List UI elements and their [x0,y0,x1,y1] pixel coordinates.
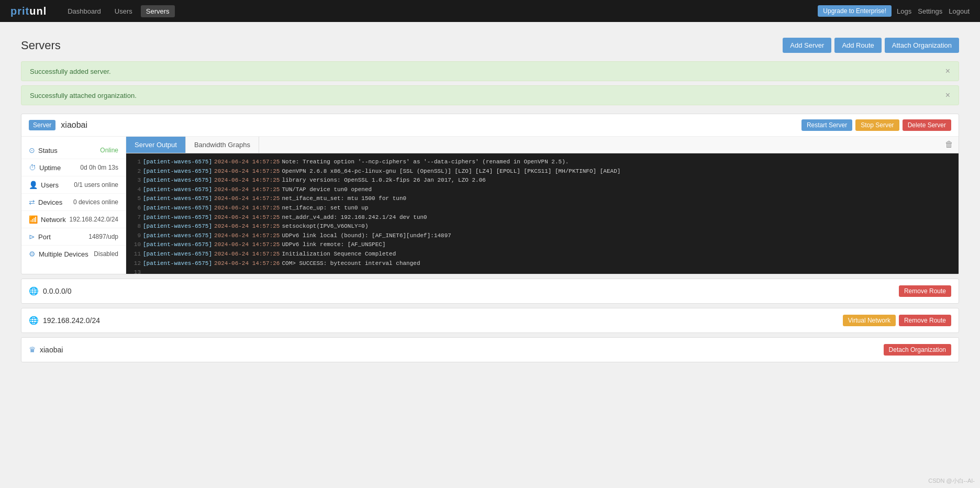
org-left: ♛ xiaobai [29,345,63,354]
restart-server-button[interactable]: Restart Server [801,119,852,131]
log-msg: UDPv6 link remote: [AF_UNSPEC] [282,240,385,250]
log-num: 5 [130,194,141,204]
stat-multiple-devices-label: ⚙ Multiple Devices [29,250,88,258]
alert-org-attached: Successfully attached organization. × [21,85,959,105]
org-name: xiaobai [40,346,63,354]
nav-users[interactable]: Users [109,5,138,17]
log-num: 6 [130,204,141,213]
log-time: 2024-06-24 14:57:25 [214,213,280,223]
stat-devices-label: ⇄ Devices [29,198,62,206]
stop-server-button[interactable]: Stop Server [855,119,899,131]
server-card: Server xiaobai Restart Server Stop Serve… [21,114,959,274]
remove-route-button[interactable]: Remove Route [899,315,951,326]
log-line: 4[patient-waves-6575]2024-06-24 14:57:25… [130,185,954,195]
nav-links: Dashboard Users Servers [62,5,818,17]
attach-organization-button[interactable]: Attach Organization [885,38,959,53]
detach-organization-button[interactable]: Detach Organization [884,344,951,356]
devices-icon: ⇄ [29,198,35,206]
alert-close-1[interactable]: × [945,91,950,99]
route-left: 🌐 0.0.0.0/0 [29,286,72,296]
server-actions: Restart Server Stop Server Delete Server [801,119,951,131]
status-icon: ⊙ [29,146,35,154]
route-icon: 🌐 [29,286,39,296]
nav-dashboard[interactable]: Dashboard [62,5,106,17]
nav-settings[interactable]: Settings [918,7,942,15]
log-proc: [patient-waves-6575] [143,204,212,213]
stat-network-value: 192.168.242.0/24 [70,216,118,223]
log-num: 7 [130,213,141,223]
log-line: 3[patient-waves-6575]2024-06-24 14:57:25… [130,176,954,185]
log-num: 8 [130,222,141,231]
nav-logout[interactable]: Logout [949,7,970,15]
server-header-left: Server xiaobai [29,120,87,130]
logo: pritunl [10,5,47,17]
log-time: 2024-06-24 14:57:25 [214,194,280,204]
log-proc: [patient-waves-6575] [143,240,212,250]
tab-bandwidth-graphs[interactable]: Bandwidth Graphs [186,137,259,153]
log-proc: [patient-waves-6575] [143,259,212,269]
log-time: 2024-06-24 14:57:25 [214,250,280,259]
nav-logs[interactable]: Logs [897,7,911,15]
stat-status: ⊙ Status Online [21,142,126,159]
log-msg: Initialization Sequence Completed [282,250,396,259]
alert-close-0[interactable]: × [945,67,950,75]
log-proc: [patient-waves-6575] [143,231,212,241]
stat-users-label: 👤 Users [29,181,59,189]
log-proc: [patient-waves-6575] [143,167,212,176]
output-tab-actions: 🗑 [940,137,959,153]
stat-port-value: 14897/udp [88,233,118,240]
network-icon: 📶 [29,215,38,224]
alert-server-text: Successfully added server. [30,68,111,75]
clear-output-icon[interactable]: 🗑 [945,140,953,149]
page-header: Servers Add Server Add Route Attach Orga… [21,38,959,53]
stat-network: 📶 Network 192.168.242.0/24 [21,211,126,228]
server-body: ⊙ Status Online ⏱ Uptime 0d 0h 0m 13s 👤 [21,137,959,274]
log-num: 11 [130,250,141,259]
users-icon: 👤 [29,181,38,189]
log-num: 1 [130,158,141,167]
log-msg: UDPv6 link local (bound): [AF_INET6][und… [282,231,451,241]
server-output-panel: Server Output Bandwidth Graphs 🗑 1[patie… [126,137,959,274]
delete-server-button[interactable]: Delete Server [903,119,951,131]
log-proc: [patient-waves-6575] [143,176,212,185]
output-area: 1[patient-waves-6575]2024-06-24 14:57:25… [126,153,959,274]
log-msg: Note: Treating option '--ncp-ciphers' as… [282,158,569,167]
stat-users: 👤 Users 0/1 users online [21,176,126,194]
add-server-button[interactable]: Add Server [783,38,831,53]
log-num: 9 [130,231,141,241]
stat-uptime-value: 0d 0h 0m 13s [80,164,118,171]
remove-route-button[interactable]: Remove Route [899,285,951,297]
log-proc: [patient-waves-6575] [143,213,212,223]
log-proc: [patient-waves-6575] [143,250,212,259]
page-title: Servers [21,39,61,52]
stat-users-value: 0/1 users online [74,181,118,188]
stat-multiple-devices: ⚙ Multiple Devices Disabled [21,246,126,262]
log-time: 2024-06-24 14:57:25 [214,231,280,241]
log-proc: [patient-waves-6575] [143,185,212,195]
log-line: 9[patient-waves-6575]2024-06-24 14:57:25… [130,231,954,241]
log-msg: TUN/TAP device tun0 opened [282,185,372,195]
stat-devices-value: 0 devices online [73,198,118,206]
route-addr-0: 0.0.0.0/0 [43,287,72,295]
stat-uptime-label: ⏱ Uptime [29,163,61,172]
virtual-network-button[interactable]: Virtual Network [843,315,896,326]
stat-multiple-devices-value: Disabled [94,250,118,258]
log-line: 10[patient-waves-6575]2024-06-24 14:57:2… [130,240,954,250]
stat-devices: ⇄ Devices 0 devices online [21,194,126,211]
log-num: 2 [130,167,141,176]
route-actions: Virtual NetworkRemove Route [843,315,951,326]
log-msg: COM> SUCCESS: bytecount interval changed [282,259,420,269]
tab-server-output[interactable]: Server Output [126,137,186,153]
stat-port: ⊳ Port 14897/udp [21,228,126,246]
nav-servers[interactable]: Servers [141,5,175,17]
topnav-right: Upgrade to Enterprise! Logs Settings Log… [818,5,970,17]
stat-uptime: ⏱ Uptime 0d 0h 0m 13s [21,159,126,176]
org-icon: ♛ [29,345,36,354]
log-num: 10 [130,240,141,250]
topnav-right-links: Logs Settings Logout [897,7,970,15]
upgrade-enterprise-button[interactable]: Upgrade to Enterprise! [818,5,892,17]
log-msg: setsockopt(IPV6_V6ONLY=0) [282,222,368,231]
log-line: 1[patient-waves-6575]2024-06-24 14:57:25… [130,158,954,167]
log-time: 2024-06-24 14:57:25 [214,204,280,213]
add-route-button[interactable]: Add Route [834,38,881,53]
